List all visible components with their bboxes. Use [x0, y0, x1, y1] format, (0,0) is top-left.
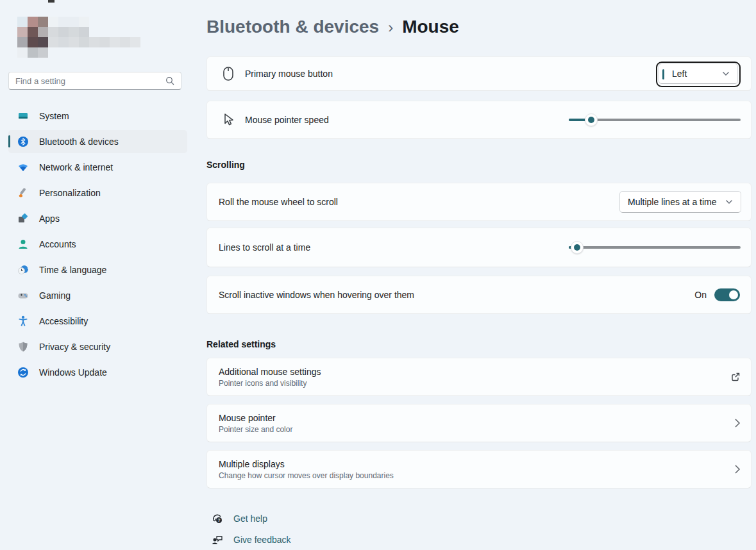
accounts-icon [17, 238, 29, 250]
give-feedback-label: Give feedback [233, 535, 291, 545]
breadcrumb-separator-icon: › [388, 17, 393, 37]
sidebar-item-label: Bluetooth & devices [39, 137, 119, 147]
sidebar: System Bluetooth & devices Network & int… [0, 0, 196, 550]
wheel-scroll-dropdown[interactable]: Multiple lines at a time [619, 191, 741, 213]
give-feedback-icon [212, 534, 223, 546]
sidebar-item-label: Accessibility [39, 316, 88, 326]
sidebar-item-label: Gaming [39, 290, 71, 301]
brush-icon [17, 187, 29, 199]
breadcrumb: Bluetooth & devices › Mouse [206, 17, 459, 37]
sidebar-item-label: Privacy & security [39, 342, 110, 352]
sidebar-item-privacy-security[interactable]: Privacy & security [8, 335, 187, 358]
get-help-link[interactable]: ? Get help [212, 510, 267, 527]
user-avatar-mosaic[interactable] [17, 17, 151, 58]
system-icon [17, 110, 29, 122]
sidebar-item-label: Windows Update [39, 367, 107, 378]
wheel-scroll-row: Roll the mouse wheel to scroll Multiple … [206, 183, 752, 221]
selected-indicator [8, 135, 10, 147]
primary-button-dropdown[interactable]: Left [659, 63, 738, 84]
sidebar-item-system[interactable]: System [8, 104, 187, 128]
lines-to-scroll-row: Lines to scroll at a time [206, 228, 752, 267]
pointer-speed-slider[interactable] [569, 113, 741, 126]
related-title: Multiple displays [219, 459, 394, 469]
external-link-icon [730, 372, 741, 382]
lines-to-scroll-slider[interactable] [569, 241, 741, 254]
row-label: Mouse pointer speed [245, 115, 329, 125]
breadcrumb-parent[interactable]: Bluetooth & devices [206, 17, 379, 37]
svg-text:?: ? [218, 518, 221, 522]
row-label: Lines to scroll at a time [219, 242, 310, 253]
related-title: Mouse pointer [219, 413, 292, 423]
sidebar-item-personalization[interactable]: Personalization [8, 181, 187, 204]
scroll-inactive-windows-row: Scroll inactive windows when hovering ov… [206, 276, 752, 314]
multiple-displays-row[interactable]: Multiple displays Change how cursor move… [206, 450, 752, 488]
scroll-inactive-toggle[interactable] [714, 288, 740, 301]
sidebar-item-gaming[interactable]: Gaming [8, 284, 187, 307]
get-help-label: Get help [233, 513, 267, 524]
slider-thumb[interactable] [571, 241, 584, 254]
dropdown-value: Multiple lines at a time [628, 197, 717, 207]
search-input[interactable] [15, 76, 165, 86]
row-label: Scroll inactive windows when hovering ov… [219, 290, 414, 300]
sidebar-item-label: System [39, 111, 69, 121]
sidebar-item-label: Apps [39, 213, 60, 224]
section-title-scrolling: Scrolling [206, 160, 245, 170]
sidebar-item-apps[interactable]: Apps [8, 207, 187, 230]
time-language-icon [17, 264, 29, 276]
sidebar-item-accounts[interactable]: Accounts [8, 233, 187, 256]
sidebar-item-network-internet[interactable]: Network & internet [8, 156, 187, 179]
give-feedback-link[interactable]: Give feedback [212, 531, 291, 548]
gaming-icon [17, 290, 29, 301]
chevron-right-icon [734, 418, 741, 428]
related-subtitle: Pointer size and color [219, 425, 292, 434]
row-label: Primary mouse button [245, 69, 333, 79]
sidebar-item-label: Network & internet [39, 162, 113, 172]
accessibility-icon [17, 315, 29, 327]
sidebar-item-bluetooth-devices[interactable]: Bluetooth & devices [8, 130, 187, 153]
sidebar-item-label: Accounts [39, 239, 76, 249]
dropdown-accent-bar [662, 69, 664, 79]
sidebar-item-windows-update[interactable]: Windows Update [8, 361, 187, 384]
sidebar-item-label: Personalization [39, 188, 101, 198]
settings-window: System Bluetooth & devices Network & int… [0, 0, 756, 550]
shield-icon [17, 341, 29, 353]
toggle-state-label: On [694, 290, 707, 300]
chevron-down-icon [725, 199, 733, 204]
section-title-related: Related settings [206, 339, 276, 349]
main-content: Bluetooth & devices › Mouse Primary mous… [206, 0, 752, 550]
related-title: Additional mouse settings [219, 367, 321, 377]
search-icon[interactable] [165, 76, 174, 85]
chevron-down-icon [722, 71, 730, 76]
mouse-pointer-row[interactable]: Mouse pointer Pointer size and color [206, 404, 752, 442]
dropdown-value: Left [672, 69, 687, 79]
mouse-icon [222, 67, 235, 80]
cursor-icon [222, 113, 235, 126]
apps-icon [17, 213, 29, 224]
slider-track[interactable] [569, 246, 741, 249]
related-subtitle: Pointer icons and visibility [219, 379, 321, 388]
get-help-icon: ? [212, 513, 223, 524]
related-subtitle: Change how cursor moves over display bou… [219, 471, 394, 480]
wifi-icon [17, 162, 29, 173]
sidebar-item-label: Time & language [39, 265, 106, 275]
bluetooth-icon [17, 136, 29, 147]
mouse-pointer-speed-row: Mouse pointer speed [206, 101, 752, 139]
row-label: Roll the mouse wheel to scroll [219, 197, 338, 207]
search-box[interactable] [8, 72, 181, 90]
slider-thumb[interactable] [585, 113, 598, 126]
toggle-knob [729, 290, 738, 299]
page-title: Mouse [402, 17, 459, 37]
windows-update-icon [17, 367, 29, 378]
sidebar-item-accessibility[interactable]: Accessibility [8, 310, 187, 333]
chevron-right-icon [734, 464, 741, 474]
primary-mouse-button-row: Primary mouse button Left [206, 56, 752, 91]
additional-mouse-settings-row[interactable]: Additional mouse settings Pointer icons … [206, 358, 752, 396]
sidebar-item-time-language[interactable]: Time & language [8, 258, 187, 281]
sidebar-nav: System Bluetooth & devices Network & int… [8, 104, 187, 387]
